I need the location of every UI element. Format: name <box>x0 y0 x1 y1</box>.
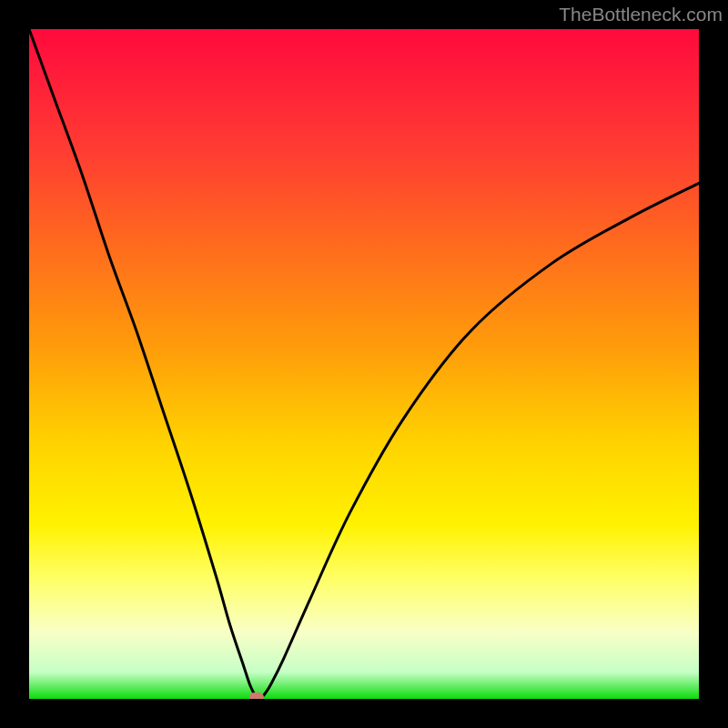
optimum-marker <box>249 693 264 699</box>
watermark-text: TheBottleneck.com <box>559 4 723 25</box>
bottleneck-curve <box>29 29 699 699</box>
chart-plot-area <box>29 29 699 699</box>
